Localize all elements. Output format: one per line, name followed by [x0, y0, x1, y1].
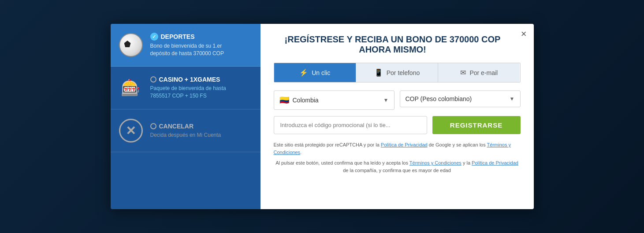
country-select-wrapper: 🇨🇴 Colombia ▼: [274, 90, 395, 110]
deportes-title: ✓ DEPORTES: [150, 33, 253, 41]
close-button[interactable]: ×: [521, 29, 527, 39]
colombia-flag: 🇨🇴: [279, 95, 289, 105]
currency-value: COP (Peso colombiano): [406, 95, 472, 102]
sidebar-item-casino[interactable]: 🎰 CASINO + 1XGAMES Paquete de bienvenida…: [111, 67, 261, 109]
chevron-down-icon: ▼: [383, 97, 389, 103]
casino-content: CASINO + 1XGAMES Paquete de bienvenida d…: [150, 76, 253, 100]
left-panel: ✓ DEPORTES Bono de bienvenida de su 1.er…: [111, 24, 261, 209]
sidebar-item-deportes[interactable]: ✓ DEPORTES Bono de bienvenida de su 1.er…: [111, 24, 261, 67]
tab-por-email[interactable]: ✉ Por e-mail: [438, 63, 520, 82]
deportes-desc: Bono de bienvenida de su 1.er depósito d…: [150, 42, 253, 57]
cancelar-title: CANCELAR: [150, 123, 253, 130]
cancelar-content: CANCELAR Decida después en Mi Cuenta: [150, 123, 253, 139]
tab-un-clic[interactable]: ⚡ Un clic: [274, 63, 356, 82]
tab-por-telefono-label: Por telefono: [387, 69, 420, 76]
casino-title: CASINO + 1XGAMES: [150, 76, 253, 83]
radio-cancelar: [150, 123, 156, 129]
email-icon: ✉: [460, 68, 466, 77]
phone-icon: 📱: [374, 68, 383, 77]
cancelar-desc: Decida después en Mi Cuenta: [150, 132, 253, 139]
privacy-policy-link-1[interactable]: Política de Privacidad: [381, 142, 428, 147]
check-icon: ✓: [150, 33, 158, 41]
casino-desc: Paquete de bienvenida de hasta 7855517 C…: [150, 85, 253, 100]
privacy-policy-link-2[interactable]: Política de Privacidad: [472, 160, 518, 165]
sidebar-item-cancelar[interactable]: ✕ CANCELAR Decida después en Mi Cuenta: [111, 109, 261, 152]
country-value: Colombia: [293, 97, 319, 104]
registration-modal: ✓ DEPORTES Bono de bienvenida de su 1.er…: [111, 24, 534, 209]
tab-por-email-label: Por e-mail: [469, 69, 498, 76]
promo-code-input[interactable]: [274, 116, 427, 134]
form-row-2: REGISTRARSE: [274, 116, 521, 134]
legal-text-1: Este sitio está protegido por reCAPTCHA …: [274, 141, 521, 156]
terms-link-2[interactable]: Términos y Condiciones: [409, 160, 462, 165]
currency-select[interactable]: COP (Peso colombiano) ▼: [400, 90, 521, 107]
modal-title: ¡REGÍSTRESE Y RECIBA UN BONO DE 370000 C…: [274, 34, 521, 55]
register-button[interactable]: REGISTRARSE: [432, 116, 521, 134]
radio-casino: [150, 76, 156, 83]
soccer-ball-icon: [118, 32, 144, 58]
cancel-icon: ✕: [118, 117, 144, 144]
casino-icon: 🎰: [118, 75, 144, 101]
currency-select-wrapper: COP (Peso colombiano) ▼: [400, 90, 521, 110]
legal-text-2: Al pulsar este botón, usted confirma que…: [274, 159, 521, 174]
right-panel: × ¡REGÍSTRESE Y RECIBA UN BONO DE 370000…: [261, 24, 534, 209]
lightning-icon: ⚡: [299, 68, 308, 77]
country-select[interactable]: 🇨🇴 Colombia ▼: [274, 90, 395, 110]
form-row-1: 🇨🇴 Colombia ▼ COP (Peso colombiano) ▼: [274, 90, 521, 110]
tab-un-clic-label: Un clic: [312, 69, 330, 76]
registration-tabs: ⚡ Un clic 📱 Por telefono ✉ Por e-mail: [274, 63, 521, 83]
chevron-down-icon-currency: ▼: [510, 96, 515, 102]
tab-por-telefono[interactable]: 📱 Por telefono: [356, 63, 438, 82]
deportes-content: ✓ DEPORTES Bono de bienvenida de su 1.er…: [150, 33, 253, 57]
